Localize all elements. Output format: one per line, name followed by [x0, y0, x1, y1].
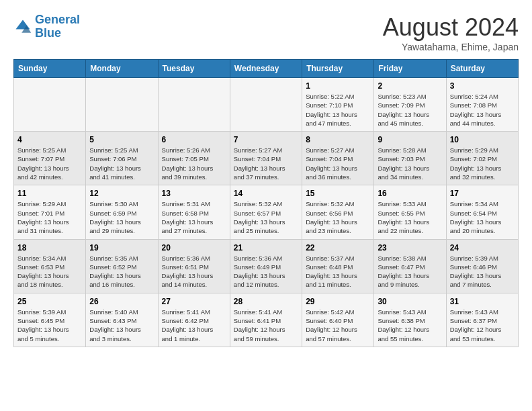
- calendar-cell: 17Sunrise: 5:34 AM Sunset: 6:54 PM Dayli…: [446, 185, 518, 239]
- weekday-header-sunday: Sunday: [14, 60, 86, 78]
- day-info: Sunrise: 5:32 AM Sunset: 6:56 PM Dayligh…: [306, 199, 370, 235]
- weekday-header-thursday: Thursday: [302, 60, 374, 78]
- calendar-week-1: 1Sunrise: 5:22 AM Sunset: 7:10 PM Daylig…: [14, 78, 519, 132]
- calendar-cell: 18Sunrise: 5:34 AM Sunset: 6:53 PM Dayli…: [14, 239, 86, 293]
- day-number: 30: [378, 297, 442, 306]
- weekday-header-saturday: Saturday: [446, 60, 518, 78]
- day-info: Sunrise: 5:37 AM Sunset: 6:48 PM Dayligh…: [306, 254, 370, 289]
- calendar-cell: 2Sunrise: 5:23 AM Sunset: 7:09 PM Daylig…: [374, 78, 446, 132]
- day-info: Sunrise: 5:31 AM Sunset: 6:58 PM Dayligh…: [162, 199, 226, 235]
- day-info: Sunrise: 5:24 AM Sunset: 7:08 PM Dayligh…: [450, 92, 515, 128]
- calendar-cell: [86, 78, 158, 132]
- calendar-cell: 4Sunrise: 5:25 AM Sunset: 7:07 PM Daylig…: [14, 132, 86, 185]
- day-number: 14: [234, 189, 298, 198]
- logo-icon: [13, 17, 32, 36]
- day-info: Sunrise: 5:27 AM Sunset: 7:04 PM Dayligh…: [306, 146, 370, 181]
- weekday-header-monday: Monday: [86, 60, 158, 78]
- day-number: 27: [162, 297, 226, 306]
- day-number: 16: [378, 189, 442, 198]
- calendar-cell: 23Sunrise: 5:38 AM Sunset: 6:47 PM Dayli…: [374, 239, 446, 293]
- calendar-header: SundayMondayTuesdayWednesdayThursdayFrid…: [14, 60, 519, 78]
- calendar-cell: 20Sunrise: 5:36 AM Sunset: 6:51 PM Dayli…: [158, 239, 230, 293]
- day-number: 7: [234, 135, 298, 144]
- calendar-cell: 10Sunrise: 5:29 AM Sunset: 7:02 PM Dayli…: [446, 132, 518, 185]
- day-info: Sunrise: 5:36 AM Sunset: 6:51 PM Dayligh…: [162, 254, 226, 289]
- day-number: 6: [162, 135, 226, 144]
- weekday-header-friday: Friday: [374, 60, 446, 78]
- day-info: Sunrise: 5:29 AM Sunset: 7:01 PM Dayligh…: [17, 199, 82, 235]
- calendar-cell: 29Sunrise: 5:42 AM Sunset: 6:40 PM Dayli…: [302, 293, 374, 347]
- day-info: Sunrise: 5:27 AM Sunset: 7:04 PM Dayligh…: [234, 146, 298, 181]
- day-number: 20: [162, 243, 226, 253]
- calendar-cell: 12Sunrise: 5:30 AM Sunset: 6:59 PM Dayli…: [86, 185, 158, 239]
- calendar-cell: 14Sunrise: 5:32 AM Sunset: 6:57 PM Dayli…: [230, 185, 302, 239]
- calendar-cell: 19Sunrise: 5:35 AM Sunset: 6:52 PM Dayli…: [86, 239, 158, 293]
- day-info: Sunrise: 5:22 AM Sunset: 7:10 PM Dayligh…: [306, 92, 370, 128]
- month-title: August 2024: [383, 13, 519, 42]
- day-info: Sunrise: 5:23 AM Sunset: 7:09 PM Dayligh…: [378, 92, 442, 128]
- day-info: Sunrise: 5:26 AM Sunset: 7:05 PM Dayligh…: [162, 146, 226, 181]
- logo: General Blue: [13, 13, 80, 40]
- day-info: Sunrise: 5:43 AM Sunset: 6:38 PM Dayligh…: [378, 308, 442, 343]
- day-number: 26: [89, 297, 154, 306]
- calendar-cell: 3Sunrise: 5:24 AM Sunset: 7:08 PM Daylig…: [446, 78, 518, 132]
- weekday-row: SundayMondayTuesdayWednesdayThursdayFrid…: [14, 60, 519, 78]
- calendar-cell: 7Sunrise: 5:27 AM Sunset: 7:04 PM Daylig…: [230, 132, 302, 185]
- day-info: Sunrise: 5:30 AM Sunset: 6:59 PM Dayligh…: [89, 199, 154, 235]
- calendar-cell: 31Sunrise: 5:43 AM Sunset: 6:37 PM Dayli…: [446, 293, 518, 347]
- calendar-cell: 5Sunrise: 5:25 AM Sunset: 7:06 PM Daylig…: [86, 132, 158, 185]
- calendar-cell: 8Sunrise: 5:27 AM Sunset: 7:04 PM Daylig…: [302, 132, 374, 185]
- calendar-cell: 6Sunrise: 5:26 AM Sunset: 7:05 PM Daylig…: [158, 132, 230, 185]
- day-info: Sunrise: 5:43 AM Sunset: 6:37 PM Dayligh…: [450, 308, 515, 343]
- day-info: Sunrise: 5:25 AM Sunset: 7:07 PM Dayligh…: [17, 146, 82, 181]
- day-number: 24: [450, 243, 515, 253]
- day-number: 29: [306, 297, 370, 306]
- day-number: 21: [234, 243, 298, 253]
- day-number: 19: [89, 243, 154, 253]
- calendar-cell: 27Sunrise: 5:41 AM Sunset: 6:42 PM Dayli…: [158, 293, 230, 347]
- calendar-cell: 28Sunrise: 5:41 AM Sunset: 6:41 PM Dayli…: [230, 293, 302, 347]
- day-number: 9: [378, 135, 442, 144]
- day-number: 31: [450, 297, 515, 306]
- logo-blue: Blue: [35, 26, 61, 40]
- calendar-cell: 9Sunrise: 5:28 AM Sunset: 7:03 PM Daylig…: [374, 132, 446, 185]
- calendar-body: 1Sunrise: 5:22 AM Sunset: 7:10 PM Daylig…: [14, 78, 519, 347]
- day-info: Sunrise: 5:39 AM Sunset: 6:46 PM Dayligh…: [450, 254, 515, 289]
- calendar-cell: [14, 78, 86, 132]
- day-number: 18: [17, 243, 82, 253]
- calendar-cell: 30Sunrise: 5:43 AM Sunset: 6:38 PM Dayli…: [374, 293, 446, 347]
- day-info: Sunrise: 5:32 AM Sunset: 6:57 PM Dayligh…: [234, 199, 298, 235]
- page-header: General Blue August 2024 Yawatahama, Ehi…: [13, 13, 519, 52]
- day-number: 8: [306, 135, 370, 144]
- calendar-cell: 26Sunrise: 5:40 AM Sunset: 6:43 PM Dayli…: [86, 293, 158, 347]
- day-info: Sunrise: 5:41 AM Sunset: 6:41 PM Dayligh…: [234, 308, 298, 343]
- day-number: 17: [450, 189, 515, 198]
- day-number: 13: [162, 189, 226, 198]
- day-number: 4: [17, 135, 82, 144]
- logo-text: General Blue: [35, 13, 80, 40]
- day-number: 1: [306, 81, 370, 91]
- day-number: 2: [378, 81, 442, 91]
- calendar-cell: [158, 78, 230, 132]
- calendar-cell: 15Sunrise: 5:32 AM Sunset: 6:56 PM Dayli…: [302, 185, 374, 239]
- day-info: Sunrise: 5:29 AM Sunset: 7:02 PM Dayligh…: [450, 146, 515, 181]
- title-block: August 2024 Yawatahama, Ehime, Japan: [383, 13, 519, 52]
- day-info: Sunrise: 5:36 AM Sunset: 6:49 PM Dayligh…: [234, 254, 298, 289]
- calendar-cell: 11Sunrise: 5:29 AM Sunset: 7:01 PM Dayli…: [14, 185, 86, 239]
- day-info: Sunrise: 5:25 AM Sunset: 7:06 PM Dayligh…: [89, 146, 154, 181]
- location-subtitle: Yawatahama, Ehime, Japan: [383, 42, 519, 52]
- calendar-cell: 13Sunrise: 5:31 AM Sunset: 6:58 PM Dayli…: [158, 185, 230, 239]
- day-number: 3: [450, 81, 515, 91]
- calendar-cell: 16Sunrise: 5:33 AM Sunset: 6:55 PM Dayli…: [374, 185, 446, 239]
- calendar-week-5: 25Sunrise: 5:39 AM Sunset: 6:45 PM Dayli…: [14, 293, 519, 347]
- day-number: 12: [89, 189, 154, 198]
- day-info: Sunrise: 5:39 AM Sunset: 6:45 PM Dayligh…: [17, 308, 82, 343]
- day-info: Sunrise: 5:34 AM Sunset: 6:53 PM Dayligh…: [17, 254, 82, 289]
- day-number: 23: [378, 243, 442, 253]
- calendar-week-4: 18Sunrise: 5:34 AM Sunset: 6:53 PM Dayli…: [14, 239, 519, 293]
- weekday-header-tuesday: Tuesday: [158, 60, 230, 78]
- day-number: 22: [306, 243, 370, 253]
- day-info: Sunrise: 5:38 AM Sunset: 6:47 PM Dayligh…: [378, 254, 442, 289]
- calendar-week-2: 4Sunrise: 5:25 AM Sunset: 7:07 PM Daylig…: [14, 132, 519, 185]
- calendar-cell: 22Sunrise: 5:37 AM Sunset: 6:48 PM Dayli…: [302, 239, 374, 293]
